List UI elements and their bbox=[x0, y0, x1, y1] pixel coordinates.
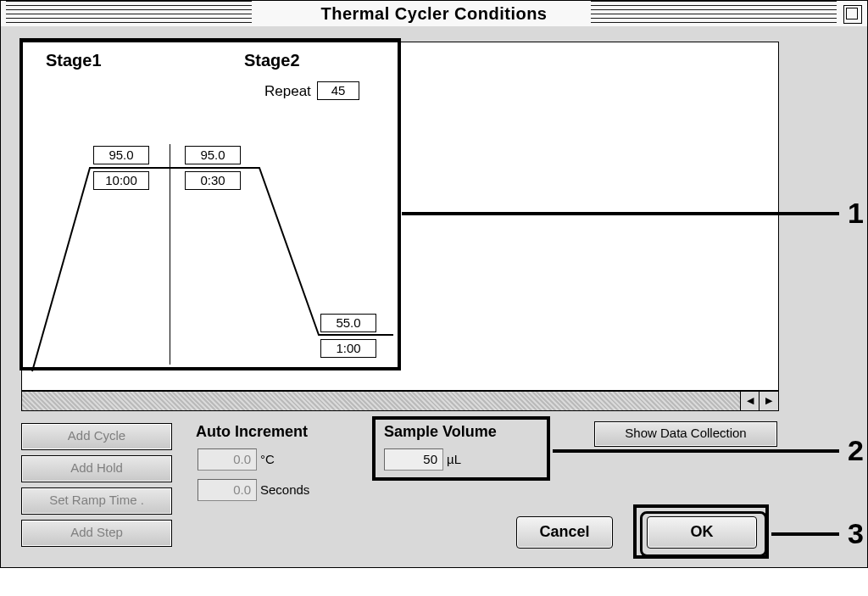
add-step-button[interactable]: Add Step bbox=[21, 520, 172, 547]
titlebar-stripe-right bbox=[591, 1, 837, 26]
scroll-right-icon[interactable]: ▶ bbox=[759, 392, 778, 410]
callout-3-line bbox=[771, 532, 839, 536]
sample-volume-field[interactable]: 50 bbox=[384, 448, 443, 471]
scroll-left-icon[interactable]: ◀ bbox=[740, 392, 760, 410]
title-bar: Thermal Cycler Conditions bbox=[0, 0, 868, 28]
temperature-profile-line bbox=[22, 42, 412, 382]
auto-increment-time-field[interactable]: 0.0 bbox=[198, 479, 257, 501]
scrollbar-track[interactable] bbox=[22, 392, 741, 410]
show-data-collection-button[interactable]: Show Data Collection bbox=[594, 421, 777, 447]
dialog-body: Stage1 Stage2 Repeat 45 95.0 10:00 95.0 … bbox=[0, 26, 868, 568]
set-ramp-time-button[interactable]: Set Ramp Time . bbox=[21, 487, 172, 515]
auto-increment-time-unit: Seconds bbox=[260, 482, 309, 497]
callout-2-line bbox=[553, 449, 839, 453]
callout-3-number: 3 bbox=[848, 517, 864, 550]
add-hold-button[interactable]: Add Hold bbox=[21, 455, 172, 482]
graph-horizontal-scrollbar[interactable]: ◀ ▶ bbox=[21, 391, 779, 411]
sample-volume-unit: µL bbox=[447, 452, 461, 466]
add-cycle-button[interactable]: Add Cycle bbox=[21, 423, 172, 450]
zoom-box-icon[interactable] bbox=[843, 5, 862, 24]
protocol-graph: Stage1 Stage2 Repeat 45 95.0 10:00 95.0 … bbox=[21, 42, 779, 391]
auto-increment-temp-field[interactable]: 0.0 bbox=[198, 448, 257, 471]
protocol-buttons-column: Add Cycle Add Hold Set Ramp Time . Add S… bbox=[21, 423, 170, 547]
callout-1-number: 1 bbox=[848, 197, 864, 230]
sample-volume-title: Sample Volume bbox=[384, 423, 497, 441]
auto-increment-temp-unit: °C bbox=[260, 452, 275, 466]
callout-2-number: 2 bbox=[848, 434, 864, 467]
callout-1-line bbox=[402, 212, 839, 215]
window-title: Thermal Cycler Conditions bbox=[311, 1, 558, 26]
cancel-button[interactable]: Cancel bbox=[516, 516, 613, 549]
ok-button[interactable]: OK bbox=[647, 516, 757, 549]
titlebar-stripe-left bbox=[6, 1, 252, 26]
auto-increment-title: Auto Increment bbox=[196, 423, 308, 441]
